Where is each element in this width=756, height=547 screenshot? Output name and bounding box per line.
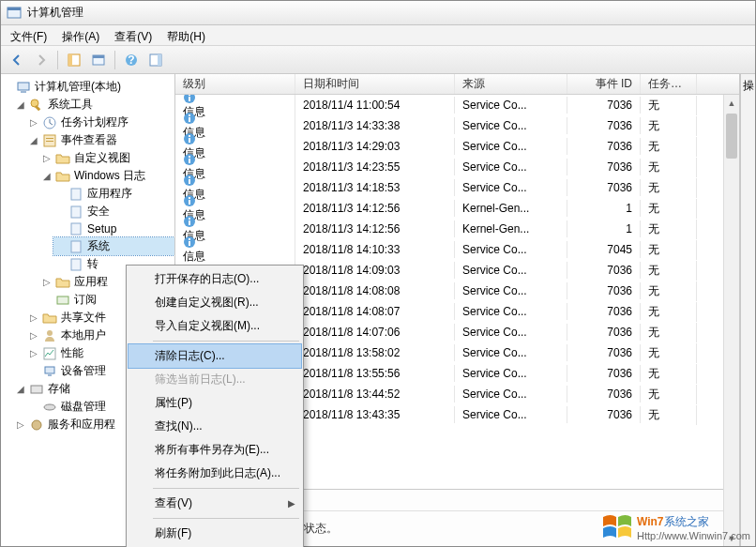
tree-log-application[interactable]: 应用程序: [53, 185, 174, 203]
action-pane-button[interactable]: [145, 50, 166, 70]
titlebar: 计算机管理: [1, 1, 755, 25]
svg-rect-50: [189, 220, 190, 225]
col-category[interactable]: 任务类别: [641, 74, 697, 94]
svg-point-24: [47, 330, 53, 336]
log-icon: [68, 239, 83, 254]
users-icon: [42, 328, 57, 343]
watermark-brand1: Win7: [637, 515, 664, 528]
svg-rect-11: [21, 91, 26, 93]
tree-log-setup[interactable]: Setup: [53, 220, 174, 237]
clock-icon: [42, 115, 57, 130]
tree-log-system[interactable]: 系统: [53, 237, 174, 255]
svg-rect-28: [31, 386, 42, 393]
actions-pane: 操: [740, 74, 755, 546]
menu-filter-current-log: 筛选当前日志(L)...: [129, 368, 301, 391]
svg-rect-48: [189, 197, 190, 199]
svg-rect-17: [46, 141, 53, 142]
windows-flag-icon: [601, 513, 633, 541]
svg-rect-20: [71, 223, 81, 235]
svg-rect-35: [189, 117, 190, 122]
scroll-thumb[interactable]: [726, 114, 737, 159]
event-viewer-icon: [42, 133, 57, 148]
svg-rect-26: [45, 367, 54, 373]
menu-attach-task[interactable]: 将任务附加到此日志(A)...: [129, 462, 301, 485]
svg-rect-32: [189, 97, 190, 101]
menu-file[interactable]: 文件(F): [5, 27, 53, 43]
tree-system-tools[interactable]: ◢系统工具: [14, 96, 174, 114]
window-title: 计算机管理: [27, 5, 83, 21]
subscription-icon: [55, 293, 70, 308]
list-header: 级别 日期和时间 来源 事件 ID 任务类别: [175, 74, 739, 95]
menu-create-custom-view[interactable]: 创建自定义视图(R)...: [129, 291, 301, 314]
col-eventid[interactable]: 事件 ID: [567, 74, 641, 94]
vertical-scrollbar[interactable]: ▲ ▼: [723, 95, 739, 546]
svg-rect-3: [68, 54, 72, 66]
svg-rect-25: [44, 348, 55, 359]
computer-icon: [16, 80, 31, 95]
svg-rect-51: [189, 218, 190, 220]
submenu-arrow-icon: ▶: [288, 498, 295, 509]
svg-rect-44: [189, 179, 190, 184]
col-source[interactable]: 来源: [455, 74, 567, 94]
wrench-icon: [29, 98, 44, 113]
menu-properties[interactable]: 属性(P): [129, 391, 301, 415]
folder-icon: [55, 151, 70, 166]
watermark-brand2: 系统之家: [664, 515, 709, 528]
svg-point-29: [44, 404, 55, 410]
folder-icon: [55, 275, 70, 290]
svg-rect-53: [189, 241, 190, 246]
menu-view[interactable]: 查看(V): [109, 27, 158, 43]
menu-import-custom-view[interactable]: 导入自定义视图(M)...: [129, 314, 301, 338]
menu-save-all-events-as[interactable]: 将所有事件另存为(E)...: [129, 438, 301, 462]
svg-rect-18: [71, 189, 81, 200]
properties-button[interactable]: [88, 50, 109, 70]
menu-clear-log[interactable]: 清除日志(C)...: [129, 344, 301, 368]
menu-help[interactable]: 帮助(H): [161, 27, 211, 43]
svg-rect-38: [189, 138, 190, 143]
menu-find[interactable]: 查找(N)...: [129, 415, 301, 438]
menu-open-saved-log[interactable]: 打开保存的日志(O)...: [129, 267, 301, 291]
log-icon: [68, 221, 83, 236]
toolbar-separator: [114, 51, 115, 69]
tree-event-viewer[interactable]: ◢事件查看器: [27, 131, 174, 149]
watermark-url: Http://www.Winwin7.com: [637, 530, 750, 541]
menu-refresh[interactable]: 刷新(F): [129, 522, 301, 545]
device-icon: [42, 364, 57, 379]
actions-header: 操: [741, 74, 755, 98]
toolbar-separator: [57, 51, 58, 69]
shared-folder-icon: [42, 311, 57, 326]
col-date[interactable]: 日期和时间: [295, 74, 455, 94]
tree-log-security[interactable]: 安全: [53, 203, 174, 220]
menu-view[interactable]: 查看(V)▶: [129, 492, 301, 515]
scroll-up-arrow[interactable]: ▲: [724, 95, 739, 111]
svg-rect-21: [71, 241, 81, 252]
svg-rect-1: [8, 8, 21, 10]
tree-custom-views[interactable]: ▷自定义视图: [40, 149, 174, 167]
nav-back-button[interactable]: [7, 50, 27, 70]
tree-windows-logs[interactable]: ◢Windows 日志: [40, 167, 174, 185]
menubar: 文件(F) 操作(A) 查看(V) 帮助(H): [1, 25, 755, 46]
log-icon: [68, 187, 83, 202]
svg-rect-36: [189, 114, 190, 116]
help-button[interactable]: ?: [121, 50, 142, 70]
svg-rect-10: [18, 83, 29, 90]
svg-rect-39: [189, 135, 190, 137]
svg-rect-16: [46, 138, 53, 139]
tree-root[interactable]: 计算机管理(本地): [1, 78, 174, 96]
show-hide-tree-button[interactable]: [64, 50, 84, 70]
svg-rect-47: [189, 200, 190, 205]
svg-rect-41: [189, 159, 190, 163]
disk-icon: [42, 400, 57, 415]
toolbar: ?: [1, 46, 755, 74]
nav-forward-button[interactable]: [31, 50, 52, 70]
svg-rect-5: [93, 55, 104, 58]
svg-rect-22: [71, 259, 81, 270]
svg-rect-42: [189, 156, 190, 158]
menu-action[interactable]: 操作(A): [56, 27, 105, 43]
svg-rect-45: [189, 176, 190, 178]
tree-task-scheduler[interactable]: ▷任务计划程序: [27, 114, 174, 131]
col-level[interactable]: 级别: [175, 74, 295, 94]
event-row[interactable]: 信息2018/11/8 14:10:33Service Co...7045无: [175, 239, 739, 260]
svg-rect-23: [57, 296, 68, 304]
folder-icon: [55, 169, 70, 184]
